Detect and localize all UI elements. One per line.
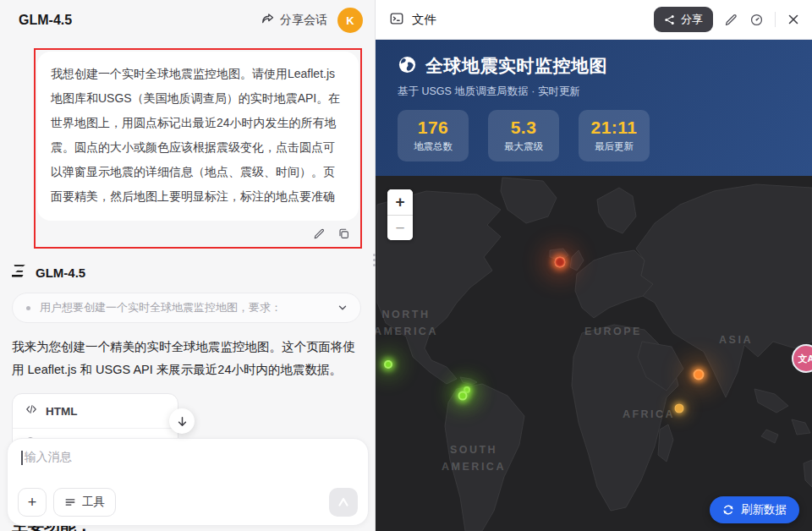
stats-row: 176 地震总数 5.3 最大震级 21:11 最后更新 [398, 110, 790, 161]
panel-resize-handle[interactable] [373, 254, 376, 271]
stat-value: 5.3 [488, 118, 559, 138]
quake-marker-green-3[interactable] [384, 360, 392, 369]
preview-panel: 文件 分享 [376, 0, 812, 531]
menu-lines-icon [64, 496, 76, 508]
send-arrow-icon [337, 495, 350, 509]
map-subtitle: 基于 USGS 地质调查局数据 · 实时更新 [398, 85, 790, 99]
tools-label: 工具 [82, 495, 105, 510]
artifact-language-label: HTML [46, 405, 78, 418]
stat-value: 21:11 [579, 118, 650, 138]
copy-icon[interactable] [337, 227, 350, 240]
zoom-out-button[interactable]: − [387, 215, 413, 240]
stat-total-quakes: 176 地震总数 [398, 110, 469, 161]
thought-summary-text: 用户想要创建一个实时全球地震监控地图，要求： [40, 300, 282, 315]
bullet-dot-icon [26, 306, 30, 310]
version-history-button[interactable] [749, 13, 764, 27]
user-message-bubble: 我想创建一个实时全球地震监控地图。请使用Leaflet.js地图库和USGS（美… [37, 52, 359, 221]
assistant-header: GLM-4.5 [12, 262, 361, 282]
share-arrow-icon [261, 12, 275, 29]
header-divider [775, 12, 776, 27]
quake-marker-red-0[interactable] [554, 256, 566, 268]
history-icon [749, 13, 764, 27]
code-icon [25, 402, 38, 419]
user-avatar[interactable]: K [337, 8, 363, 33]
user-message-highlight-box: 我想创建一个实时全球地震监控地图。请使用Leaflet.js地图库和USGS（美… [34, 48, 362, 249]
assistant-model-name: GLM-4.5 [36, 266, 85, 280]
map-hero-header: 全球地震实时监控地图 基于 USGS 地质调查局数据 · 实时更新 176 地震… [376, 40, 812, 176]
scroll-to-bottom-button[interactable] [169, 408, 195, 434]
glm-logo-icon [12, 262, 29, 282]
map-title: 全球地震实时监控地图 [425, 54, 607, 78]
thought-summary-toggle[interactable]: 用户想要创建一个实时全球地震监控地图，要求： [12, 293, 361, 323]
message-input[interactable]: 输入消息 [8, 439, 368, 465]
input-placeholder: 输入消息 [25, 450, 72, 465]
files-icon [389, 11, 404, 29]
stat-label: 地震总数 [398, 140, 469, 153]
close-button[interactable] [787, 13, 800, 26]
share-conversation-label: 分享会话 [280, 13, 327, 28]
chat-header: GLM-4.5 分享会话 K [0, 0, 375, 41]
globe-icon [398, 55, 417, 78]
zoom-in-button[interactable]: + [387, 189, 413, 215]
user-message-text: 我想创建一个实时全球地震监控地图。请使用Leaflet.js地图库和USGS（美… [51, 62, 345, 209]
send-button[interactable] [329, 488, 358, 517]
chat-title: GLM-4.5 [19, 13, 72, 28]
refresh-label: 刷新数据 [741, 502, 787, 517]
map-zoom-control: + − [387, 189, 413, 240]
stat-value: 176 [398, 118, 469, 138]
share-conversation-button[interactable]: 分享会话 [261, 12, 327, 29]
quake-marker-green-5[interactable] [458, 391, 468, 401]
app: GLM-4.5 分享会话 K 我想创建一个实时全球地震监控地图。请使用Leafl… [0, 0, 812, 531]
quake-marker-yellow-2[interactable] [675, 404, 684, 413]
stat-last-update: 21:11 最后更新 [579, 110, 650, 161]
add-attachment-button[interactable]: + [18, 488, 47, 517]
edit-artifact-button[interactable] [724, 13, 738, 27]
close-icon [787, 13, 800, 26]
preview-header: 文件 分享 [376, 0, 812, 40]
world-map-silhouette [376, 176, 812, 531]
share-button[interactable]: 分享 [654, 7, 713, 32]
refresh-icon [722, 504, 734, 516]
text-caret [21, 451, 23, 465]
chevron-down-icon [337, 302, 348, 314]
quake-marker-orange-1[interactable] [694, 370, 705, 380]
arrow-down-icon [176, 415, 189, 428]
pencil-icon [724, 13, 738, 27]
tools-button[interactable]: 工具 [53, 488, 116, 517]
share-button-label: 分享 [681, 12, 703, 27]
message-actions [37, 221, 359, 245]
map-area[interactable]: + − 刷新数据 文A NORTH AMERICAEUROPEASIAAFRIC… [376, 176, 812, 531]
assistant-intro-text: 我来为您创建一个精美的实时全球地震监控地图。这个页面将使用 Leaflet.js… [12, 336, 359, 381]
message-composer: 输入消息 + 工具 [7, 438, 369, 526]
stat-label: 最后更新 [579, 140, 650, 153]
edit-icon[interactable] [313, 227, 326, 240]
stat-max-magnitude: 5.3 最大震级 [488, 110, 559, 161]
share-nodes-icon [664, 14, 675, 25]
preview-tab-label[interactable]: 文件 [412, 12, 436, 28]
chat-panel: GLM-4.5 分享会话 K 我想创建一个实时全球地震监控地图。请使用Leafl… [0, 0, 376, 531]
refresh-data-button[interactable]: 刷新数据 [710, 496, 799, 523]
stat-label: 最大震级 [488, 140, 559, 153]
